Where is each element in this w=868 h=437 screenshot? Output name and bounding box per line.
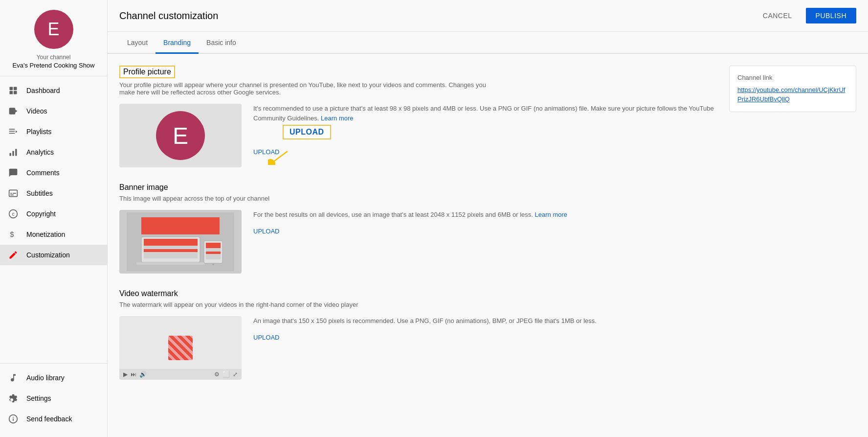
sidebar-item-playlists[interactable]: Playlists [0, 121, 107, 142]
page-title: Channel customization [119, 10, 218, 22]
topbar: Channel customization CANCEL PUBLISH [108, 0, 868, 32]
banner-image-title: Banner image [119, 183, 717, 192]
sidebar-channel-name: Eva's Pretend Cooking Show [13, 62, 95, 69]
sidebar-item-comments[interactable]: Comments [0, 162, 107, 183]
monetization-icon: $ [8, 229, 19, 240]
svg-point-36 [212, 263, 214, 265]
sidebar-label-videos: Videos [26, 107, 47, 115]
svg-rect-15 [13, 193, 16, 194]
upload-tooltip: UPLOAD [283, 125, 331, 139]
sidebar-item-monetization[interactable]: $ Monetization [0, 224, 107, 245]
svg-line-24 [270, 151, 288, 164]
avatar: E [34, 10, 73, 49]
banner-image-body: For the best results on all devices, use… [119, 210, 717, 274]
sidebar-label-customization: Customization [26, 251, 70, 259]
tabs: Layout Branding Basic info [108, 32, 868, 54]
content-area: Profile picture Your profile picture wil… [108, 54, 868, 437]
sidebar-item-analytics[interactable]: Analytics [0, 142, 107, 162]
sidebar-label-audio-library: Audio library [26, 374, 65, 382]
watermark-stripe-icon [168, 336, 193, 360]
video-watermark-title: Video watermark [119, 289, 717, 298]
sidebar-item-subtitles[interactable]: Subtitles [0, 183, 107, 204]
svg-rect-35 [206, 252, 221, 254]
sidebar-item-send-feedback[interactable]: Send feedback [0, 409, 107, 429]
sidebar-item-copyright[interactable]: c Copyright [0, 204, 107, 224]
svg-rect-31 [136, 262, 205, 265]
content-main: Profile picture Your profile picture wil… [119, 66, 717, 425]
sidebar-label-playlists: Playlists [26, 128, 51, 136]
sidebar-item-audio-library[interactable]: Audio library [0, 368, 107, 388]
sidebar-label-analytics: Analytics [26, 148, 54, 156]
dashboard-icon [8, 85, 19, 96]
profile-picture-title-box: Profile picture [119, 66, 175, 78]
svg-rect-4 [9, 108, 16, 114]
channel-link-url[interactable]: https://youtube.com/channel/UCjKkrUfPriz… [737, 86, 845, 103]
banner-image-info-text: For the best results on all devices, use… [253, 210, 717, 220]
play-icon: ▶ [123, 371, 128, 378]
video-watermark-info: An image that's 150 x 150 pixels is reco… [253, 316, 717, 342]
profile-picture-learn-more[interactable]: Learn more [321, 115, 353, 122]
analytics-icon [8, 147, 19, 158]
tab-branding[interactable]: Branding [156, 32, 199, 54]
sidebar-channel: E Your channel Eva's Pretend Cooking Sho… [0, 0, 107, 76]
svg-rect-21 [13, 418, 14, 421]
sidebar-label-copyright: Copyright [26, 210, 56, 218]
theater-icon: ⬜ [223, 371, 230, 378]
player-controls-bar: ▶ ⏭ 🔊 ⚙ ⬜ ⤢ [119, 369, 242, 380]
profile-picture-info: It's recommended to use a picture that's… [253, 104, 717, 156]
sidebar-bottom: Audio library Settings Send feedback [0, 363, 107, 437]
main-content: Channel customization CANCEL PUBLISH Lay… [108, 0, 868, 437]
sidebar-label-send-feedback: Send feedback [26, 415, 72, 423]
customization-icon [8, 250, 19, 260]
audio-library-icon [8, 372, 19, 383]
profile-picture-upload-area: UPLOAD UPLOAD [253, 130, 279, 156]
publish-button[interactable]: PUBLISH [806, 8, 856, 23]
banner-image-section: Banner image This image will appear acro… [119, 183, 717, 274]
svg-rect-3 [14, 91, 17, 94]
profile-picture-preview: E [119, 104, 242, 167]
sidebar-item-videos[interactable]: Videos [0, 101, 107, 121]
sidebar-label-settings: Settings [26, 394, 51, 402]
fullscreen-icon: ⤢ [233, 371, 238, 378]
sidebar-item-dashboard[interactable]: Dashboard [0, 80, 107, 101]
videos-icon [8, 106, 19, 116]
content-sidebar: Channel link https://youtube.com/channel… [729, 66, 856, 425]
sidebar-label-dashboard: Dashboard [26, 87, 60, 94]
sidebar-channel-label: Your channel [37, 54, 71, 61]
video-watermark-upload-button[interactable]: UPLOAD [253, 334, 279, 341]
tab-layout[interactable]: Layout [119, 32, 156, 54]
svg-rect-8 [9, 133, 15, 134]
banner-illustration [119, 210, 242, 274]
svg-rect-29 [144, 239, 198, 246]
sidebar-item-customization[interactable]: Customization [0, 245, 107, 265]
svg-rect-26 [141, 217, 220, 234]
video-watermark-info-text: An image that's 150 x 150 pixels is reco… [253, 316, 717, 326]
banner-image-upload-button[interactable]: UPLOAD [253, 228, 279, 235]
svg-rect-2 [10, 91, 13, 94]
sidebar: E Your channel Eva's Pretend Cooking Sho… [0, 0, 108, 437]
svg-text:c: c [12, 211, 15, 217]
profile-picture-description: Your profile picture will appear where y… [119, 81, 501, 96]
profile-picture-section: Profile picture Your profile picture wil… [119, 66, 717, 167]
skip-icon: ⏭ [131, 371, 136, 378]
comments-icon [8, 167, 19, 178]
svg-rect-6 [9, 129, 15, 130]
profile-preview-avatar: E [156, 111, 205, 160]
video-watermark-preview: ▶ ⏭ 🔊 ⚙ ⬜ ⤢ [119, 316, 242, 380]
svg-rect-14 [10, 193, 12, 194]
cancel-button[interactable]: CANCEL [755, 8, 800, 23]
sidebar-label-monetization: Monetization [26, 230, 65, 238]
playlists-icon [8, 126, 19, 137]
banner-image-learn-more[interactable]: Learn more [535, 211, 567, 218]
sidebar-label-subtitles: Subtitles [26, 189, 53, 197]
svg-rect-0 [10, 87, 13, 91]
settings-player-icon: ⚙ [214, 371, 220, 378]
sidebar-item-settings[interactable]: Settings [0, 388, 107, 409]
svg-marker-5 [15, 110, 17, 113]
tab-basic-info[interactable]: Basic info [199, 32, 244, 54]
svg-rect-11 [12, 151, 14, 156]
profile-picture-body: E It's recommended to use a picture that… [119, 104, 717, 167]
topbar-actions: CANCEL PUBLISH [755, 8, 856, 23]
sidebar-nav: Dashboard Videos Playlists Analytics Com… [0, 76, 107, 363]
sidebar-label-comments: Comments [26, 169, 60, 177]
